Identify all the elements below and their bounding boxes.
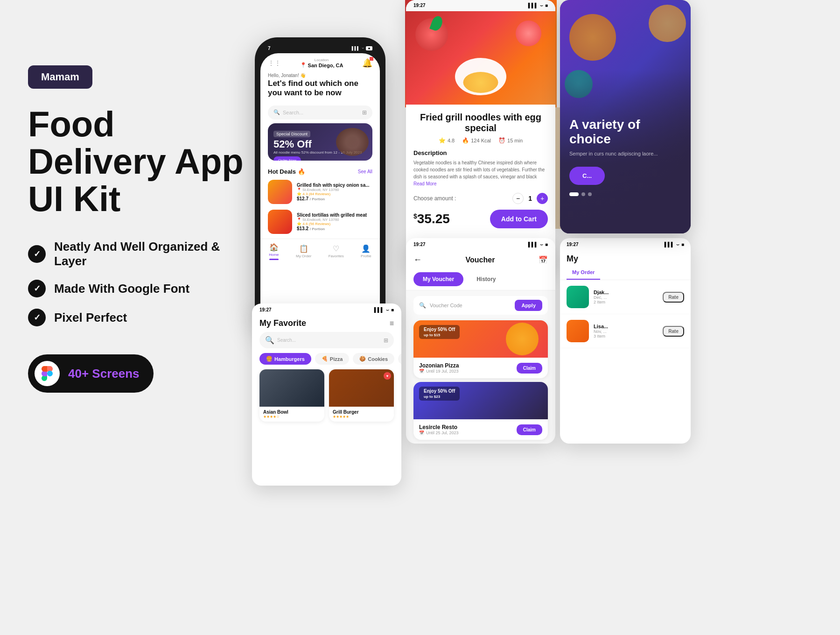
claim-voucher-2-button[interactable]: Claim [517, 424, 542, 435]
increase-amount-button[interactable]: + [537, 193, 548, 204]
voucher-badge-1: Enjoy 50% Off up to $15 [419, 325, 460, 339]
fav-filter-icon-2[interactable]: ⊞ [384, 337, 388, 344]
voucher-info-1: Jozonian Pizza 📅 Until 19 Jul, 2023 Clai… [413, 358, 548, 378]
history-tab[interactable]: History [467, 272, 505, 286]
cat-hamburgers[interactable]: 🍔 Hamburgers [259, 353, 311, 365]
fav-status-bar: 19:27 ▌▌▌ ⌣ ■ [252, 303, 401, 317]
back-button[interactable]: ← [413, 255, 422, 265]
order-time: 19:27 [567, 242, 579, 247]
decrease-amount-button[interactable]: − [512, 193, 524, 204]
currency-symbol: $ [413, 212, 417, 220]
order-title: My [567, 254, 578, 264]
favorites-screen: 19:27 ▌▌▌ ⌣ ■ My Favorite ≡ 🔍 Search... … [252, 303, 401, 486]
promo-banner[interactable]: Special Discount 52% Off All noodle menu… [268, 123, 372, 161]
pin-icon-f2: 📍 [297, 218, 301, 222]
cookies-icon: 🍪 [359, 356, 366, 362]
dot-3 [588, 192, 592, 196]
clock-icon: ⏰ [498, 137, 505, 144]
my-voucher-tab[interactable]: My Voucher [413, 272, 463, 286]
feature-item-2: ✓ Made With Google Font [28, 280, 252, 297]
food-item-2[interactable]: Sliced tortillas with grilled meat 📍 St.… [260, 207, 380, 237]
claim-voucher-1-button[interactable]: Claim [517, 363, 542, 374]
check-icon-1: ✓ [28, 245, 46, 263]
phone-1-container: 7 ▌▌▌ ⌣ ■ ⋮⋮ Location 📍 San Diego, CA [255, 37, 385, 330]
food-detail-time: 19:27 [413, 3, 426, 8]
hamburger-icon: 🍔 [266, 356, 273, 362]
amount-value: 1 [528, 195, 532, 202]
filter-icon-1[interactable]: ⊞ [362, 109, 367, 116]
price-cart-row: $35.25 Add to Cart [413, 210, 548, 228]
apply-voucher-button[interactable]: Apply [515, 300, 542, 311]
fav-filter-icon[interactable]: ≡ [390, 319, 394, 328]
voucher-search-icon: 🔍 [419, 302, 426, 309]
nav-fav-label: Favorites [329, 254, 344, 258]
menu-icon[interactable]: ⋮⋮ [268, 59, 281, 67]
phone-frame-1: 7 ▌▌▌ ⌣ ■ ⋮⋮ Location 📍 San Diego, CA [255, 37, 385, 330]
nav-home-label: Home [269, 253, 279, 257]
food-detail-image [406, 11, 555, 105]
voucher-name-1: Jozonian Pizza [419, 362, 459, 369]
nav-profile[interactable]: 👤 Profile [361, 244, 371, 258]
fire-icon: 🔥 [462, 137, 469, 144]
food-item-1[interactable]: Grilled fish with spicy onion sa... 📍 St… [260, 177, 380, 207]
variety-subtitle: Semper in curs nunc adipiscing laore... [569, 150, 681, 157]
signal-icon-1: ▌▌▌ [352, 46, 360, 50]
signal-icon-ord: ▌▌▌ [665, 242, 674, 247]
order-now-button[interactable]: Order Now [273, 156, 301, 161]
order-food-count-2: 3 Item [594, 334, 658, 339]
nav-home[interactable]: 🏠 Home [269, 243, 279, 260]
greeting-text: Hello, Jonatan! 👋 [260, 70, 380, 79]
search-icon-1: 🔍 [273, 109, 280, 115]
voucher-details-1: Jozonian Pizza 📅 Until 19 Jul, 2023 [419, 362, 459, 374]
fav-food-card-1[interactable]: Asian Bowl ★★★★☆ [259, 369, 324, 422]
voucher-image-2: Enjoy 50% Off up to $23 [413, 382, 548, 419]
cat-cookies[interactable]: 🍪 Cookies [353, 353, 394, 365]
voucher-badge-2: Enjoy 50% Off up to $23 [419, 387, 460, 401]
rate-button-1[interactable]: Rate [663, 292, 684, 303]
profile-icon: 👤 [361, 244, 371, 253]
voucher-card-1: Enjoy 50% Off up to $15 Jozonian Pizza 📅… [413, 320, 548, 378]
nav-order[interactable]: 📋 My Order [296, 244, 311, 258]
meta-calories: 🔥 124 Kcal [462, 137, 491, 144]
feature-item-1: ✓ Neatly And Well Organized & Layer [28, 240, 252, 268]
battery-icon-fav: ■ [391, 307, 394, 313]
rating-value: 4.8 [448, 138, 455, 143]
amount-label: Choose amount : [413, 195, 456, 202]
search-bar-1[interactable]: 🔍 Search... ⊞ [268, 106, 372, 120]
check-icon-2: ✓ [28, 280, 46, 297]
rate-button-2[interactable]: Rate [663, 326, 684, 337]
notification-icon[interactable]: 🔔 [362, 58, 372, 68]
voucher-code-input[interactable]: Voucher Code [430, 303, 511, 308]
star-icon: ⭐ [439, 137, 446, 144]
tagline-text: Let's find out which one you want to be … [260, 79, 380, 103]
feature-item-3: ✓ Pixel Perfect [28, 309, 252, 326]
cat-pizza[interactable]: 🍕 Pizza [315, 353, 350, 365]
read-more-link[interactable]: Read More [413, 181, 436, 186]
hot-deals-title: Hot Deals 🔥 [268, 168, 305, 175]
search-placeholder-1: Search... [283, 110, 359, 115]
calendar-icon[interactable]: 📅 [539, 255, 548, 264]
nav-favorites[interactable]: ♡ Favorites [329, 244, 344, 258]
order-tab-myorder[interactable]: My Order [567, 266, 600, 280]
amount-row: Choose amount : − 1 + [413, 193, 548, 204]
add-to-cart-button[interactable]: Add to Cart [490, 210, 548, 228]
order-status-bar: 19:27 ▌▌▌ ⌣ ■ [560, 238, 691, 251]
cat-cookies-label: Cookies [368, 356, 388, 362]
fav-food-rating-1: ★★★★☆ [263, 415, 321, 419]
fav-food-card-2[interactable]: ♥ Grill Burger ★★★★★ [329, 369, 394, 422]
home-icon: 🏠 [269, 243, 279, 252]
voucher-expiry-1: 📅 Until 19 Jul, 2023 [419, 369, 459, 374]
order-food-thumb-1 [567, 286, 589, 308]
see-all-link[interactable]: See All [358, 169, 372, 174]
dot-2 [581, 192, 585, 196]
wifi-icon-1: ⌣ [362, 46, 364, 50]
fav-search[interactable]: 🔍 Search... ⊞ [259, 332, 394, 348]
hot-deals-section: Hot Deals 🔥 See All [260, 164, 380, 177]
pizza-decoration-1 [506, 323, 539, 355]
fav-time: 19:27 [259, 307, 272, 313]
voucher-code-bar: 🔍 Voucher Code Apply [413, 296, 548, 315]
fav-header: My Favorite ≡ [252, 317, 401, 332]
variety-cta-button[interactable]: C... [569, 167, 605, 185]
cat-more[interactable]: 🌶 [398, 353, 401, 365]
status-icons: ▌▌▌ ⌣ ■ [528, 3, 548, 8]
